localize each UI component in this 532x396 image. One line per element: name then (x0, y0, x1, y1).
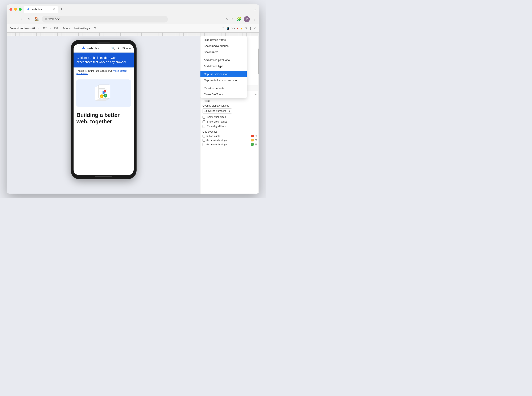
extend-grid-lines-row: Extend grid lines (202, 125, 257, 128)
svg-text:✓: ✓ (101, 95, 103, 98)
throttle-selector[interactable]: No throttling ▾ (74, 27, 90, 30)
phone-notch (97, 42, 110, 44)
grid-overlay-row-2: div.devsite-landing-r... ⊞ (202, 139, 257, 142)
chrome-menu-icon[interactable]: ⋮ (252, 17, 256, 21)
show-line-numbers-dropdown[interactable]: Show line numbers ▾ (202, 108, 232, 114)
tab-title: web.dev (32, 8, 50, 11)
window-controls-icon[interactable]: ⌄ (253, 7, 257, 12)
devtools-more-icon[interactable]: ⋮ (249, 27, 252, 30)
device-icon[interactable]: 📱 (226, 27, 230, 30)
dropdown-separator-2 (200, 70, 247, 70)
forward-button[interactable]: → (18, 17, 24, 21)
dropdown-separator-1 (200, 56, 247, 56)
ruler-area (7, 33, 259, 36)
devtools-close-icon[interactable]: ✕ (254, 27, 256, 30)
show-area-names-checkbox[interactable] (202, 120, 205, 123)
dropdown-arrow-icon: ▾ (229, 110, 230, 112)
overlay-settings-label: Overlay display settings (202, 104, 257, 107)
dimensions-label[interactable]: Dimensions: Nexus 6P (10, 27, 35, 30)
devtools-panel: Hide device frame Show media queries Sho… (200, 36, 259, 194)
menu-capture-full-screenshot[interactable]: Capture full size screenshot (200, 77, 247, 83)
devtools-right-controls: ⬚ 📱 >> ● ▲ ⚙ ⋮ ✕ (222, 27, 256, 30)
maximize-window-button[interactable] (19, 8, 22, 11)
menu-close-devtools[interactable]: Close DevTools (200, 91, 247, 97)
grid-overlay-color-2 (251, 139, 254, 141)
menu-reset-defaults[interactable]: Reset to defaults (200, 85, 247, 91)
site-theme-icon[interactable]: ☀ (117, 47, 120, 50)
tab-close-icon[interactable]: ✕ (52, 7, 55, 11)
new-tab-button[interactable]: + (59, 7, 64, 12)
grid-overlay-checkbox-1[interactable] (202, 135, 205, 137)
phone-home-button (95, 176, 112, 177)
menu-hide-device-frame[interactable]: Hide device frame (200, 37, 247, 43)
grid-icon-1[interactable]: ⊞ (255, 134, 257, 137)
site-info-icon[interactable]: 🛡 (45, 18, 47, 21)
grid-overlay-row-1: button.toggle ⊞ (202, 134, 257, 137)
address-text: web.dev (49, 17, 59, 21)
home-button[interactable]: 🏠 (34, 17, 40, 21)
back-button[interactable]: ← (10, 17, 16, 21)
grid-overlay-checkbox-3[interactable] (202, 143, 205, 146)
address-bar: ← → ↻ 🏠 🛡 web.dev ⎋ ☆ 🧩 P ⋮ (7, 14, 259, 24)
hero-section: Guidance to build modern web experiences… (74, 52, 134, 67)
grid-overlay-color-3 (251, 143, 254, 146)
reload-button[interactable]: ↻ (26, 17, 32, 21)
svg-marker-0 (27, 8, 30, 10)
announcement-suffix: . (89, 72, 90, 75)
minimize-window-button[interactable] (14, 8, 17, 11)
grid-icon-3[interactable]: ⊞ (255, 143, 257, 146)
tabs-more-icon[interactable]: >> (254, 93, 257, 96)
grid-overlay-name-1: button.toggle (207, 135, 220, 137)
illustration-area: ✓ ✓ (76, 79, 131, 107)
warn-icon[interactable]: ▲ (240, 27, 243, 30)
grid-overlay-name-2: div.devsite-landing-r... (207, 139, 229, 141)
title-bar: web.dev ✕ + ⌄ (7, 4, 259, 14)
bookmark-icon[interactable]: ☆ (231, 17, 234, 21)
address-input[interactable]: 🛡 web.dev (42, 16, 168, 23)
menu-capture-screenshot[interactable]: Capture screenshot (200, 71, 247, 77)
more-tools-icon[interactable]: >> (231, 27, 235, 30)
svg-rect-10 (104, 90, 106, 92)
height-value: 732 (54, 27, 58, 30)
scrollbar-thumb[interactable] (258, 49, 259, 74)
menu-show-rulers[interactable]: Show rulers (200, 49, 247, 55)
width-value: 412 (42, 27, 47, 30)
browser-tab[interactable]: web.dev ✕ (24, 6, 58, 13)
phone-screen: ☰ web.dev 🔍 ☀ Sign in (74, 44, 134, 175)
illustration-graphic: ✓ ✓ (91, 83, 116, 104)
extensions-icon[interactable]: 🧩 (237, 17, 241, 21)
menu-show-media-queries[interactable]: Show media queries (200, 43, 247, 49)
site-logo: web.dev (81, 46, 99, 50)
menu-add-device-type[interactable]: Add device type (200, 63, 247, 69)
webdev-logo-icon (81, 46, 86, 50)
error-icon[interactable]: ● (237, 27, 238, 30)
grid-icon-2[interactable]: ⊞ (255, 139, 257, 142)
show-track-sizes-checkbox[interactable] (202, 116, 205, 119)
announcement-bar: Thanks for tuning in to Google I/O! Watc… (74, 67, 134, 77)
announcement-text: Thanks for tuning in to Google I/O! (76, 70, 112, 72)
zoom-selector[interactable]: 74% ▾ (63, 27, 69, 30)
rotate-icon[interactable]: ⟳ (94, 26, 96, 30)
site-search-icon[interactable]: 🔍 (111, 47, 115, 50)
grid-overlay-checkbox-2[interactable] (202, 139, 205, 142)
hamburger-icon[interactable]: ☰ (76, 47, 79, 50)
show-track-sizes-label: Show track sizes (207, 116, 226, 119)
grid-section-label: Grid (202, 100, 257, 103)
share-icon[interactable]: ⎋ (226, 17, 228, 21)
site-logo-text: web.dev (87, 47, 99, 50)
settings-icon[interactable]: ⚙ (245, 27, 247, 30)
site-header: ☰ web.dev 🔍 ☀ Sign in (74, 44, 134, 52)
menu-add-device-pixel-ratio[interactable]: Add device pixel ratio (200, 57, 247, 63)
svg-text:✓: ✓ (104, 94, 107, 97)
grid-overlay-name-3: div.devsite-landing-r... (207, 143, 229, 146)
close-window-button[interactable] (9, 8, 12, 11)
grid-overlays-label: Grid overlays (202, 130, 257, 133)
avatar[interactable]: P (244, 16, 250, 22)
extend-grid-lines-checkbox[interactable] (202, 125, 205, 128)
devtools-toolbar: Dimensions: Nexus 6P ▾ 412 x 732 74% ▾ N… (7, 24, 259, 33)
address-bar-actions: ⎋ ☆ 🧩 P ⋮ (226, 16, 256, 22)
show-track-sizes-row: Show track sizes (202, 116, 257, 119)
site-signin-button[interactable]: Sign in (122, 47, 131, 50)
phone-frame: ☰ web.dev 🔍 ☀ Sign in (71, 40, 136, 179)
inspect-icon[interactable]: ⬚ (222, 27, 224, 30)
